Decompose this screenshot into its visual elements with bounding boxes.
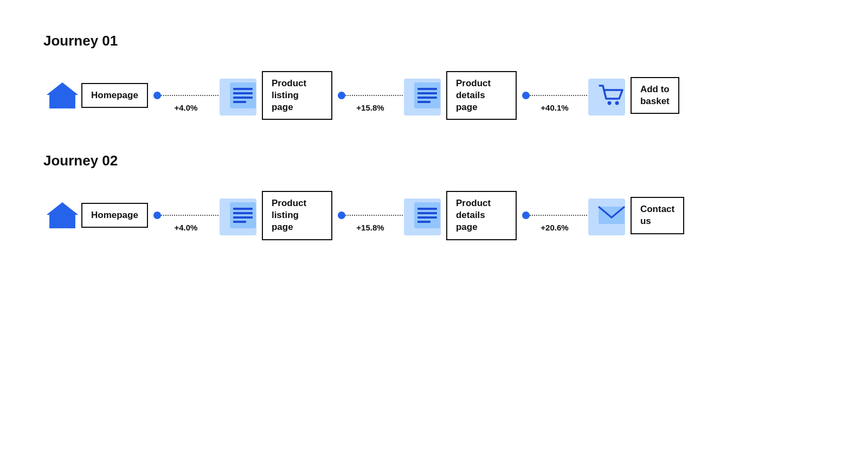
svg-rect-17 [233,208,253,210]
connector-dotted-j2-3 [530,215,587,216]
connector-dot-j2-2 [338,212,345,219]
connector-3-j2: +20.6% [522,212,587,219]
connector-dot-j1-3 [522,92,530,99]
connector-dot-j1-1 [153,92,161,99]
connector-dotted-j2-2 [345,215,403,216]
step-label-homepage-j2: Homepage [81,203,148,228]
journey-01-flow: Homepage +4.0% [43,71,825,120]
svg-rect-16 [230,202,256,228]
cart-icon-j1 [593,76,631,114]
svg-rect-19 [233,216,253,219]
page-container: Journey 01 Homepage +4.0% [0,0,868,305]
svg-rect-2 [230,82,256,108]
svg-rect-23 [417,212,437,214]
step-label-basket-j1: Add tobasket [631,77,679,114]
connector-3-j1: +40.1% [522,92,587,99]
step-label-details-j1: Productdetails page [446,71,517,120]
connector-pct-j1-1: +4.0% [174,103,197,112]
connector-dotted-j1-3 [530,95,587,96]
connector-dotted-j1-2 [345,95,403,96]
step-label-listing-j2: Productlisting page [262,191,332,240]
step-listing-j1: Productlisting page [224,71,332,120]
svg-rect-8 [417,88,437,90]
journey-01-section: Journey 01 Homepage +4.0% [43,33,825,120]
step-label-contact-j2: Contactus [631,197,684,234]
journey-02-section: Journey 02 Homepage +4.0% [43,152,825,240]
page-icon-listing-j1 [224,76,262,114]
svg-rect-11 [417,101,430,103]
home-icon-j2 [43,196,81,234]
svg-rect-10 [417,97,437,99]
step-listing-j2: Productlisting page [224,191,332,240]
svg-rect-18 [233,212,253,214]
svg-point-13 [615,101,619,105]
connector-pct-j2-1: +4.0% [174,223,197,232]
step-label-homepage-j1: Homepage [81,83,148,108]
envelope-icon-j2 [593,196,631,234]
connector-dot-j2-3 [522,212,530,219]
step-details-j2: Productdetails page [408,191,517,240]
connector-pct-j1-3: +40.1% [541,103,568,112]
connector-dotted-j1-1 [161,95,218,96]
page-icon-details-j1 [408,76,446,114]
connector-dotted-j2-1 [161,215,218,216]
svg-rect-21 [414,202,440,228]
step-details-j1: Productdetails page [408,71,517,120]
svg-point-12 [607,101,611,105]
svg-rect-3 [233,88,253,90]
connector-1-j1: +4.0% [153,92,218,99]
svg-rect-25 [417,221,430,223]
journey-01-title: Journey 01 [43,33,825,49]
page-icon-listing-j2 [224,196,262,234]
svg-rect-15 [58,220,67,228]
svg-rect-20 [233,221,246,223]
step-homepage-j2: Homepage [43,196,148,234]
svg-rect-24 [417,216,437,219]
connector-1-j2: +4.0% [153,212,218,219]
connector-pct-j1-2: +15.8% [356,103,384,112]
svg-rect-6 [233,101,246,103]
svg-rect-4 [233,92,253,94]
svg-rect-22 [417,208,437,210]
page-icon-details-j2 [408,196,446,234]
svg-rect-5 [233,97,253,99]
connector-dot-j1-2 [338,92,345,99]
journey-02-title: Journey 02 [43,152,825,169]
svg-rect-7 [414,82,440,108]
connector-pct-j2-3: +20.6% [541,223,568,232]
connector-2-j2: +15.8% [338,212,403,219]
journey-02-flow: Homepage +4.0% [43,191,825,240]
step-label-listing-j1: Productlisting page [262,71,332,120]
home-icon-j1 [43,76,81,114]
svg-rect-1 [58,100,67,108]
step-basket-j1: Add tobasket [593,76,679,114]
step-homepage-j1: Homepage [43,76,148,114]
connector-pct-j2-2: +15.8% [356,223,384,232]
connector-2-j1: +15.8% [338,92,403,99]
step-contact-j2: Contactus [593,196,684,234]
svg-rect-9 [417,92,437,94]
connector-dot-j2-1 [153,212,161,219]
step-label-details-j2: Productdetails page [446,191,517,240]
